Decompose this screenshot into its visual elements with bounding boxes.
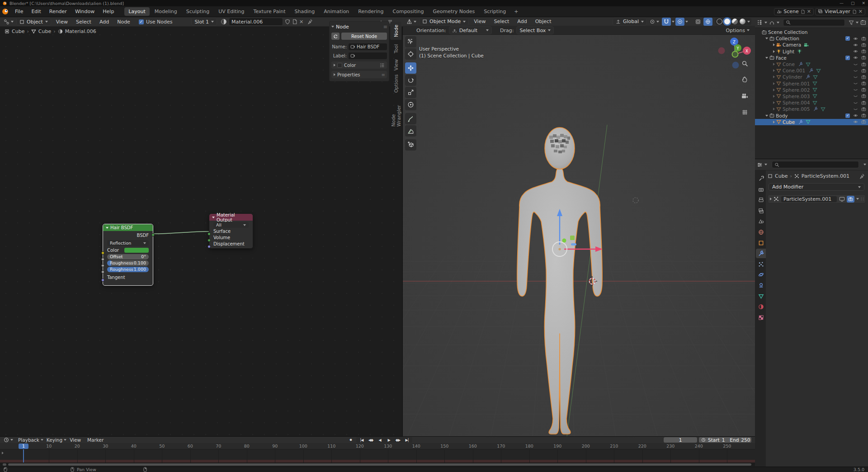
modifier-name-field[interactable]: ParticleSystem.001 <box>781 196 837 203</box>
filter-icon[interactable] <box>849 20 854 25</box>
exclude-checkbox[interactable]: ✓ <box>845 36 850 41</box>
hidden-eye-icon[interactable] <box>853 100 858 105</box>
display-mode-icon[interactable] <box>769 19 775 25</box>
reset-node-icon-button[interactable] <box>331 33 340 40</box>
roughness-v-socket[interactable] <box>101 270 104 274</box>
offset-socket[interactable] <box>101 258 104 261</box>
hidden-eye-icon[interactable] <box>853 68 858 73</box>
outliner-row-cylinder[interactable]: Cylinder <box>755 74 868 80</box>
browse-material-icon[interactable] <box>221 19 227 25</box>
node-name-field[interactable]: Hair BSDF <box>349 43 387 50</box>
next-keyframe-button[interactable]: ◆▶ <box>393 437 402 443</box>
hidden-eye-icon[interactable] <box>853 107 858 112</box>
render-visibility-icon[interactable] <box>861 113 866 118</box>
outliner-row-sphere-001[interactable]: Sphere.001 <box>755 80 868 87</box>
gizmo-plane-handle[interactable] <box>570 236 575 240</box>
menu-item-file[interactable]: File <box>11 7 27 16</box>
disclosure-icon[interactable] <box>773 43 775 46</box>
rotate-tool-button[interactable] <box>405 75 416 86</box>
hide-icon[interactable] <box>853 49 858 54</box>
transform-orientation-dropdown[interactable]: Global <box>613 18 647 26</box>
properties-search[interactable] <box>772 161 859 168</box>
shader-menu-select[interactable]: Select <box>72 17 95 26</box>
shading-rendered-button[interactable] <box>740 19 745 24</box>
new-material-icon[interactable] <box>292 19 297 24</box>
displacement-socket[interactable] <box>208 245 211 248</box>
properties-tab-view-layer[interactable] <box>756 206 766 216</box>
workspace-tab-modeling[interactable]: Modeling <box>151 7 181 16</box>
breadcrumb-data[interactable]: Cube <box>38 28 51 34</box>
scene-selector[interactable]: Scene ✕ <box>774 8 814 15</box>
nav-axis-negz[interactable] <box>732 62 739 69</box>
workspace-tab-scripting[interactable]: Scripting <box>480 7 510 16</box>
hidden-eye-icon[interactable] <box>853 62 858 67</box>
shader-type-dropdown[interactable]: Object <box>16 18 51 26</box>
shader-menu-view[interactable]: View <box>52 17 72 26</box>
hidden-eye-icon[interactable] <box>853 81 858 86</box>
render-visibility-icon[interactable] <box>861 75 866 80</box>
prev-keyframe-button[interactable]: ◀◆ <box>366 437 375 443</box>
measure-tool-button[interactable] <box>405 125 416 137</box>
shader-menu-add[interactable]: Add <box>95 17 113 26</box>
show-gizmo-toggle[interactable] <box>693 18 703 26</box>
outliner-row-body[interactable]: Body✓ <box>755 112 868 118</box>
timeline-tracks[interactable] <box>0 449 755 463</box>
render-visibility-icon[interactable] <box>861 62 866 67</box>
disclosure-icon[interactable] <box>765 57 768 59</box>
pin-icon[interactable] <box>308 19 313 24</box>
color-subpanel-header[interactable]: Color <box>331 61 387 69</box>
new-collection-icon[interactable] <box>860 19 866 25</box>
sidebar-tab-view[interactable]: View <box>390 58 401 72</box>
show-overlays-toggle[interactable] <box>703 18 712 26</box>
outliner-search[interactable] <box>783 19 845 26</box>
workspace-tab-geometry-nodes[interactable]: Geometry Nodes <box>429 7 479 16</box>
viewport-menu-add[interactable]: Add <box>513 17 531 26</box>
new-scene-icon[interactable] <box>801 9 805 14</box>
color-swatch[interactable] <box>124 248 149 253</box>
shading-material-button[interactable] <box>732 19 738 24</box>
sidebar-tab-tool[interactable]: Tool <box>390 42 401 56</box>
select-box-button[interactable] <box>405 36 416 47</box>
hair-bsdf-node[interactable]: Hair BSDF BSDF Reflection Color Offset 0… <box>103 224 153 286</box>
hide-icon[interactable] <box>853 119 858 124</box>
render-visibility-icon[interactable] <box>861 49 866 54</box>
drag-value-dropdown[interactable]: Select Box <box>516 26 554 34</box>
workspace-tab-layout[interactable]: Layout <box>124 7 149 16</box>
gizmo-y-handle[interactable] <box>562 239 566 243</box>
menu-item-help[interactable]: Help <box>99 7 118 16</box>
properties-tab-constraints[interactable] <box>756 281 766 290</box>
playhead[interactable] <box>23 449 24 463</box>
surface-socket[interactable] <box>208 232 211 236</box>
transform-tool-button[interactable] <box>405 99 416 110</box>
workspace-tab-rendering[interactable]: Rendering <box>354 7 387 16</box>
properties-tab-texture[interactable] <box>756 313 766 322</box>
menu-item-edit[interactable]: Edit <box>27 7 45 16</box>
reset-node-button[interactable]: Reset Node <box>341 33 387 40</box>
viewport-3d[interactable]: Z Y X Object Mode ViewSelectAddObject <box>403 17 755 436</box>
output-target-dropdown[interactable]: All <box>213 222 249 228</box>
properties-tab-render[interactable] <box>756 185 766 194</box>
outliner-row-collection[interactable]: Collection✓ <box>755 35 868 42</box>
disclosure-icon[interactable] <box>765 38 768 39</box>
presets-list-icon[interactable] <box>380 63 385 68</box>
play-button[interactable]: ▶ <box>384 437 393 443</box>
outliner-row-light[interactable]: Light <box>755 48 868 55</box>
render-visibility-icon[interactable] <box>861 55 866 60</box>
play-reverse-button[interactable]: ◀ <box>375 437 384 443</box>
breadcrumb-material[interactable]: Material.006 <box>65 28 96 34</box>
frame-range-fields[interactable]: Start 1 End 250 <box>699 437 751 443</box>
hidden-eye-icon[interactable] <box>853 87 858 92</box>
move-tool-button[interactable] <box>405 62 416 74</box>
pivot-point-dropdown[interactable] <box>648 18 661 26</box>
render-visibility-icon[interactable] <box>861 42 866 47</box>
viewport-menu-view[interactable]: View <box>470 17 490 26</box>
render-visibility-icon[interactable] <box>861 81 866 86</box>
shading-wireframe-button[interactable] <box>717 19 722 24</box>
timeline-scroll-thumb[interactable] <box>8 463 751 466</box>
roughness-u-slider[interactable]: Roughness 0.100 <box>107 260 149 266</box>
snap-toggle[interactable] <box>662 18 671 26</box>
shading-solid-button[interactable] <box>724 19 730 24</box>
scale-tool-button[interactable] <box>405 87 416 98</box>
outliner-row-cone[interactable]: Cone <box>755 61 868 67</box>
unlink-material-icon[interactable]: ✕ <box>299 19 303 25</box>
